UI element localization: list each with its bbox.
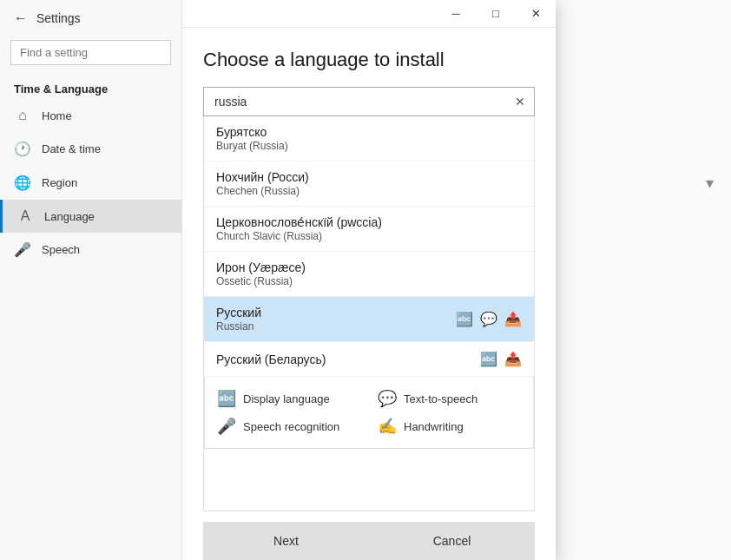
sidebar-item-speech[interactable]: 🎤 Speech (0, 233, 181, 267)
language-native-name: Церковнослове́нскїй (рwссіа) (216, 215, 522, 229)
dialog-body: Choose a language to install ✕ Бурятско … (182, 28, 556, 560)
microphone-icon: 🎤 (14, 241, 31, 258)
home-icon: ⌂ (14, 108, 31, 123)
feature-handwriting: ✍ Handwriting (378, 417, 521, 436)
text-icon: 🔤 (480, 351, 497, 367)
chat-icon: 💬 (480, 311, 497, 327)
text-to-speech-icon: 💬 (378, 389, 397, 408)
back-icon[interactable]: ← (14, 10, 28, 26)
sidebar-item-date-time[interactable]: 🕐 Date & time (0, 132, 181, 166)
handwriting-label: Handwriting (404, 420, 464, 433)
language-icons: 🔤 💬 📤 (456, 311, 522, 327)
feature-icons-section: 🔤 Display language 💬 Text-to-speech 🎤 Sp… (204, 377, 534, 449)
dialog-title: Choose a language to install (203, 49, 535, 71)
language-english-name: Church Slavic (Russia) (216, 230, 522, 242)
list-item[interactable]: Нохчийн (Росси) Chechen (Russia) (204, 161, 534, 207)
sidebar-item-language-label: Language (44, 210, 95, 223)
sidebar-item-language[interactable]: A Language (0, 200, 181, 233)
display-language-icon: 🔤 (217, 389, 236, 408)
sidebar-section-label: Time & Language (0, 76, 181, 99)
cancel-button[interactable]: Cancel (369, 522, 535, 560)
language-english-name: Ossetic (Russia) (216, 275, 522, 287)
sidebar-item-home[interactable]: ⌂ Home (0, 99, 181, 132)
feature-text-to-speech: 💬 Text-to-speech (378, 389, 521, 408)
export-icon: 📤 (504, 351, 522, 367)
feature-display-language: 🔤 Display language (217, 389, 360, 408)
language-english-name: Buryat (Russia) (216, 140, 522, 152)
sidebar: ← Settings Time & Language ⌂ Home 🕐 Date… (0, 0, 182, 560)
language-icons: 🔤 📤 (480, 351, 522, 367)
sidebar-item-region-label: Region (42, 176, 77, 189)
feature-speech-recognition: 🎤 Speech recognition (217, 417, 360, 436)
language-install-dialog: ─ □ ✕ Choose a language to install ✕ Бур… (182, 0, 556, 560)
language-list: Бурятско Buryat (Russia) Нохчийн (Росси)… (203, 116, 535, 511)
text-icon: 🔤 (456, 311, 473, 327)
language-native-name: Русский (Беларусь) (216, 352, 326, 366)
language-icon: A (16, 208, 34, 224)
titlebar-controls: ─ □ ✕ (436, 0, 556, 28)
maximize-button[interactable]: □ (476, 0, 516, 28)
feature-icons-grid: 🔤 Display language 💬 Text-to-speech 🎤 Sp… (217, 389, 521, 436)
sidebar-item-speech-label: Speech (42, 243, 80, 256)
list-item[interactable]: Церковнослове́нскїй (рwссіа) Church Slav… (204, 207, 534, 252)
search-bar: ✕ (203, 87, 535, 116)
search-clear-button[interactable]: ✕ (506, 88, 534, 115)
export-icon: 📤 (504, 311, 522, 327)
list-item[interactable]: Бурятско Buryat (Russia) (204, 116, 534, 161)
dialog-overlay: ─ □ ✕ Choose a language to install ✕ Бур… (182, 0, 731, 560)
dialog-footer: Next Cancel (203, 511, 535, 560)
dialog-titlebar: ─ □ ✕ (182, 0, 556, 28)
close-button[interactable]: ✕ (516, 0, 556, 28)
list-item[interactable]: Русский Russian 🔤 💬 📤 (204, 297, 534, 342)
language-search-input[interactable] (204, 88, 506, 115)
list-item[interactable]: Русский (Беларусь) 🔤 📤 (204, 342, 534, 377)
find-setting-input[interactable] (10, 40, 171, 65)
sidebar-header: ← Settings (0, 0, 181, 36)
text-to-speech-label: Text-to-speech (404, 392, 477, 405)
display-language-label: Display language (243, 392, 330, 405)
sidebar-item-home-label: Home (42, 109, 72, 122)
sidebar-title: Settings (36, 11, 81, 25)
main-content: 🌐 Regional format English (United States… (182, 0, 731, 560)
handwriting-icon: ✍ (378, 417, 397, 436)
sidebar-item-date-time-label: Date & time (42, 142, 101, 155)
language-english-name: Chechen (Russia) (216, 185, 522, 197)
language-native-name: Бурятско (216, 125, 522, 139)
language-native-name: Ирон (Уæрæсе) (216, 260, 522, 274)
sidebar-item-region[interactable]: 🌐 Region (0, 166, 181, 200)
minimize-button[interactable]: ─ (436, 0, 476, 28)
language-row: Русский (Беларусь) 🔤 📤 (216, 351, 522, 367)
globe-icon: 🌐 (14, 175, 31, 191)
speech-recognition-label: Speech recognition (243, 420, 339, 433)
language-native-name: Нохчийн (Росси) (216, 170, 522, 184)
clock-icon: 🕐 (14, 141, 31, 157)
speech-recognition-icon: 🎤 (217, 417, 236, 436)
list-item[interactable]: Ирон (Уæрæсе) Ossetic (Russia) (204, 252, 534, 297)
language-row: Русский Russian 🔤 💬 📤 (216, 306, 522, 333)
language-native-name: Русский Russian (216, 306, 261, 333)
next-button[interactable]: Next (203, 522, 369, 560)
